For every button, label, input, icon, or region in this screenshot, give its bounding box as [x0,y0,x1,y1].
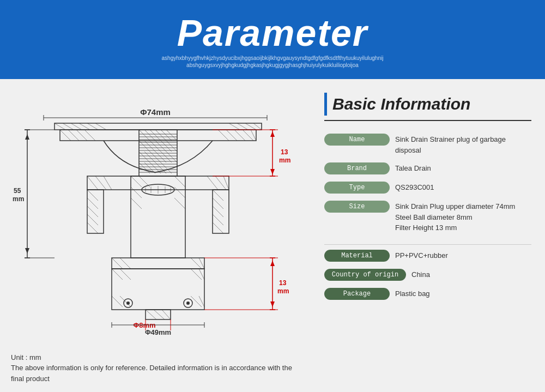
svg-text:mm: mm [277,287,289,295]
origin-value: China [411,268,430,280]
svg-rect-71 [87,190,104,233]
svg-line-101 [191,258,202,269]
header-subtitle-line2: abshguygsxvyjhghgkudgjhgkasjhgkugjgygjha… [186,62,359,68]
size-value-line2: Steel Ball diameter 8mm [395,213,473,221]
brand-value: Talea Drain [395,162,431,174]
svg-line-6 [63,123,74,130]
svg-line-7 [71,123,82,130]
info-row-brand: Brand Talea Drain [324,162,531,174]
svg-text:55: 55 [14,187,21,195]
svg-text:13: 13 [281,148,288,156]
svg-line-75 [87,214,98,225]
svg-line-108 [112,296,123,307]
svg-line-20 [218,130,229,141]
svg-line-82 [213,222,223,233]
svg-point-113 [126,301,130,305]
info-row-type: Type QS293C001 [324,181,531,194]
svg-line-104 [112,269,123,280]
svg-rect-77 [213,190,229,233]
svg-line-74 [87,206,98,217]
svg-marker-144 [25,248,29,254]
svg-line-117 [146,310,156,319]
info-row-size: Size Sink Drain Plug upper diameter 74mm… [324,200,531,233]
svg-line-80 [213,206,223,217]
svg-rect-103 [112,269,204,310]
material-value: PP+PVC+rubber [395,249,448,261]
type-value: QS293C001 [395,181,434,193]
svg-line-102 [199,258,204,269]
svg-line-86 [174,176,185,187]
svg-line-22 [234,130,245,141]
svg-line-5 [55,123,65,130]
name-label: Name [324,134,390,146]
svg-line-24 [251,130,256,141]
material-label: Material [324,250,390,262]
svg-line-30 [161,130,172,141]
svg-line-106 [191,269,202,280]
svg-line-73 [87,198,98,209]
svg-line-111 [199,296,204,307]
section-title-container: Basic Information [324,93,531,121]
svg-text:Φ74mm: Φ74mm [140,107,171,117]
svg-line-105 [120,269,131,280]
svg-marker-125 [270,131,275,137]
svg-line-8 [79,123,90,130]
svg-line-11 [229,123,240,130]
svg-line-31 [166,130,177,141]
brand-label: Brand [324,162,390,174]
package-label: Package [324,288,390,300]
main-content: Φ74mm [0,79,545,392]
svg-rect-98 [112,258,204,269]
right-panel: Basic Information Name Sink Drain Strain… [316,79,545,392]
svg-line-28 [150,130,161,141]
size-label: Size [324,201,390,213]
svg-line-12 [237,123,248,130]
svg-text:Φ49mm: Φ49mm [145,328,171,336]
svg-line-88 [174,187,185,198]
header-subtitle-line1: ashgyhxbhyygfhvhkjzhysdyucibxjhggsaoijbk… [162,55,384,61]
origin-label: Country of origin [324,269,406,281]
bottom-text: Unit : mm The above information is only … [11,348,305,384]
svg-rect-15 [60,130,256,141]
svg-text:13: 13 [279,279,287,287]
svg-line-29 [155,130,166,141]
svg-rect-116 [146,310,171,319]
note-text: The above information is only for refere… [11,363,305,384]
svg-line-10 [95,123,106,130]
svg-line-89 [131,198,142,209]
info-row-material: Material PP+PVC+rubber [324,249,531,262]
svg-line-87 [131,187,142,198]
diagram-svg: Φ74mm [11,101,305,336]
info-row-name: Name Sink Drain Strainer plug of garbage… [324,133,531,155]
divider-1 [324,244,531,245]
svg-line-23 [243,130,253,141]
section-title: Basic Information [332,95,470,113]
svg-line-119 [162,310,171,319]
svg-marker-143 [25,134,29,140]
section-title-bar [324,93,327,116]
type-label: Type [324,182,390,194]
svg-line-21 [226,130,237,141]
left-panel: Φ74mm [0,79,316,392]
svg-line-109 [120,296,131,307]
size-value-line3: Filter Height 13 mm [395,224,457,232]
size-value: Sink Drain Plug upper diameter 74mm Stee… [395,200,515,233]
svg-line-90 [174,198,185,209]
name-value: Sink Drain Strainer plug of garbage disp… [395,133,531,155]
svg-line-19 [84,130,95,141]
svg-line-27 [144,130,155,141]
svg-line-72 [87,190,98,201]
svg-line-18 [76,130,87,141]
svg-line-9 [87,123,98,130]
svg-line-107 [199,269,204,280]
svg-line-118 [154,310,165,319]
header: Parameter ashgyhxbhyygfhvhkjzhysdyucibxj… [0,0,545,79]
svg-line-79 [213,198,223,209]
svg-marker-126 [270,169,275,174]
svg-line-69 [215,176,226,190]
svg-line-100 [120,258,131,269]
svg-line-17 [68,130,79,141]
size-value-line1: Sink Drain Plug upper diameter 74mm [395,202,515,210]
svg-marker-134 [270,261,275,266]
svg-marker-135 [270,301,275,307]
